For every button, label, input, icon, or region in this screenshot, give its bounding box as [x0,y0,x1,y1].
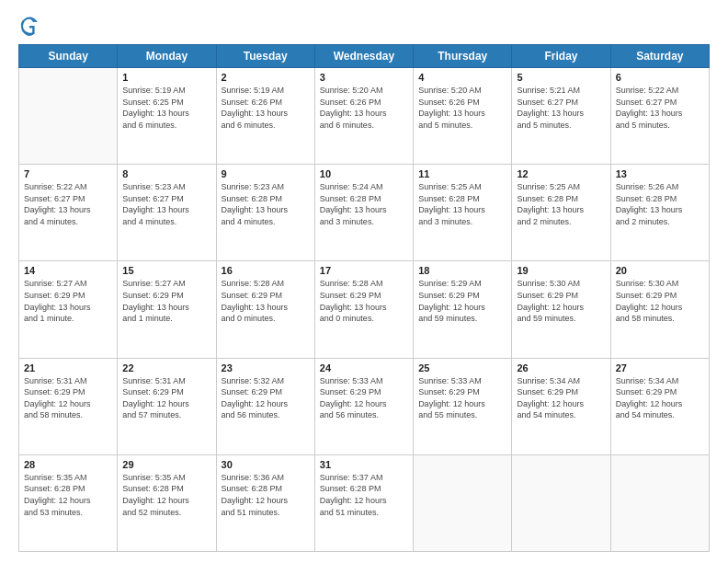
day-number: 25 [418,362,506,373]
weekday-header-row: SundayMondayTuesdayWednesdayThursdayFrid… [19,45,710,68]
day-info: Sunrise: 5:25 AM Sunset: 6:28 PM Dayligh… [517,181,605,227]
day-info: Sunrise: 5:20 AM Sunset: 6:26 PM Dayligh… [418,85,506,131]
day-cell-18: 18Sunrise: 5:29 AM Sunset: 6:29 PM Dayli… [414,261,512,358]
day-number: 5 [517,72,605,83]
logo-icon [18,15,40,37]
day-info: Sunrise: 5:22 AM Sunset: 6:27 PM Dayligh… [24,181,112,227]
day-info: Sunrise: 5:31 AM Sunset: 6:29 PM Dayligh… [122,375,210,421]
day-cell-11: 11Sunrise: 5:25 AM Sunset: 6:28 PM Dayli… [414,165,512,261]
day-cell-20: 20Sunrise: 5:30 AM Sunset: 6:29 PM Dayli… [610,261,709,358]
day-cell-21: 21Sunrise: 5:31 AM Sunset: 6:29 PM Dayli… [19,358,118,454]
day-info: Sunrise: 5:37 AM Sunset: 6:28 PM Dayligh… [320,472,408,518]
day-number: 8 [122,168,210,179]
day-number: 16 [222,265,310,276]
weekday-header-tuesday: Tuesday [216,45,314,68]
day-info: Sunrise: 5:28 AM Sunset: 6:29 PM Dayligh… [222,278,310,324]
day-number: 18 [418,265,506,276]
day-number: 1 [122,72,210,83]
day-number: 22 [122,362,210,373]
day-cell-19: 19Sunrise: 5:30 AM Sunset: 6:29 PM Dayli… [512,261,610,358]
day-number: 24 [320,362,408,373]
calendar-table: SundayMondayTuesdayWednesdayThursdayFrid… [18,44,710,552]
day-number: 20 [616,265,704,276]
day-cell-26: 26Sunrise: 5:34 AM Sunset: 6:29 PM Dayli… [512,358,610,454]
week-row-5: 28Sunrise: 5:35 AM Sunset: 6:28 PM Dayli… [19,454,710,551]
empty-cell [610,454,709,551]
day-info: Sunrise: 5:35 AM Sunset: 6:28 PM Dayligh… [122,472,210,518]
day-cell-4: 4Sunrise: 5:20 AM Sunset: 6:26 PM Daylig… [414,68,512,165]
weekday-header-friday: Friday [512,45,610,68]
day-number: 30 [222,459,310,470]
empty-cell [19,68,118,165]
week-row-1: 1Sunrise: 5:19 AM Sunset: 6:25 PM Daylig… [19,68,710,165]
day-cell-2: 2Sunrise: 5:19 AM Sunset: 6:26 PM Daylig… [216,68,314,165]
day-info: Sunrise: 5:27 AM Sunset: 6:29 PM Dayligh… [24,278,112,324]
day-number: 29 [122,459,210,470]
day-cell-9: 9Sunrise: 5:23 AM Sunset: 6:28 PM Daylig… [216,165,314,261]
day-cell-7: 7Sunrise: 5:22 AM Sunset: 6:27 PM Daylig… [19,165,118,261]
day-cell-27: 27Sunrise: 5:34 AM Sunset: 6:29 PM Dayli… [610,358,709,454]
day-info: Sunrise: 5:23 AM Sunset: 6:28 PM Dayligh… [222,181,310,227]
day-number: 14 [24,265,112,276]
header [18,15,710,37]
day-info: Sunrise: 5:19 AM Sunset: 6:26 PM Dayligh… [222,85,310,131]
day-info: Sunrise: 5:34 AM Sunset: 6:29 PM Dayligh… [517,375,605,421]
day-number: 7 [24,168,112,179]
day-info: Sunrise: 5:22 AM Sunset: 6:27 PM Dayligh… [616,85,704,131]
day-info: Sunrise: 5:28 AM Sunset: 6:29 PM Dayligh… [320,278,408,324]
day-cell-23: 23Sunrise: 5:32 AM Sunset: 6:29 PM Dayli… [216,358,314,454]
day-number: 13 [616,168,704,179]
day-cell-3: 3Sunrise: 5:20 AM Sunset: 6:26 PM Daylig… [314,68,413,165]
day-info: Sunrise: 5:31 AM Sunset: 6:29 PM Dayligh… [24,375,112,421]
day-info: Sunrise: 5:21 AM Sunset: 6:27 PM Dayligh… [517,85,605,131]
empty-cell [414,454,512,551]
day-info: Sunrise: 5:24 AM Sunset: 6:28 PM Dayligh… [320,181,408,227]
day-cell-16: 16Sunrise: 5:28 AM Sunset: 6:29 PM Dayli… [216,261,314,358]
day-info: Sunrise: 5:23 AM Sunset: 6:27 PM Dayligh… [122,181,210,227]
day-info: Sunrise: 5:29 AM Sunset: 6:29 PM Dayligh… [418,278,506,324]
weekday-header-wednesday: Wednesday [314,45,413,68]
day-info: Sunrise: 5:30 AM Sunset: 6:29 PM Dayligh… [517,278,605,324]
page: SundayMondayTuesdayWednesdayThursdayFrid… [0,0,728,563]
weekday-header-monday: Monday [118,45,216,68]
day-cell-22: 22Sunrise: 5:31 AM Sunset: 6:29 PM Dayli… [118,358,216,454]
day-number: 9 [222,168,310,179]
day-info: Sunrise: 5:33 AM Sunset: 6:29 PM Dayligh… [418,375,506,421]
day-number: 3 [320,72,408,83]
day-cell-14: 14Sunrise: 5:27 AM Sunset: 6:29 PM Dayli… [19,261,118,358]
day-cell-5: 5Sunrise: 5:21 AM Sunset: 6:27 PM Daylig… [512,68,610,165]
day-number: 2 [222,72,310,83]
day-cell-17: 17Sunrise: 5:28 AM Sunset: 6:29 PM Dayli… [314,261,413,358]
day-cell-10: 10Sunrise: 5:24 AM Sunset: 6:28 PM Dayli… [314,165,413,261]
day-info: Sunrise: 5:34 AM Sunset: 6:29 PM Dayligh… [616,375,704,421]
day-info: Sunrise: 5:30 AM Sunset: 6:29 PM Dayligh… [616,278,704,324]
day-number: 27 [616,362,704,373]
day-info: Sunrise: 5:35 AM Sunset: 6:28 PM Dayligh… [24,472,112,518]
day-number: 26 [517,362,605,373]
day-number: 11 [418,168,506,179]
day-number: 4 [418,72,506,83]
day-number: 15 [122,265,210,276]
weekday-header-saturday: Saturday [610,45,709,68]
logo [18,15,44,37]
day-number: 28 [24,459,112,470]
day-cell-30: 30Sunrise: 5:36 AM Sunset: 6:28 PM Dayli… [216,454,314,551]
day-cell-1: 1Sunrise: 5:19 AM Sunset: 6:25 PM Daylig… [118,68,216,165]
day-info: Sunrise: 5:27 AM Sunset: 6:29 PM Dayligh… [122,278,210,324]
week-row-2: 7Sunrise: 5:22 AM Sunset: 6:27 PM Daylig… [19,165,710,261]
day-info: Sunrise: 5:26 AM Sunset: 6:28 PM Dayligh… [616,181,704,227]
day-number: 23 [222,362,310,373]
empty-cell [512,454,610,551]
day-info: Sunrise: 5:20 AM Sunset: 6:26 PM Dayligh… [320,85,408,131]
weekday-header-thursday: Thursday [414,45,512,68]
day-cell-15: 15Sunrise: 5:27 AM Sunset: 6:29 PM Dayli… [118,261,216,358]
day-cell-24: 24Sunrise: 5:33 AM Sunset: 6:29 PM Dayli… [314,358,413,454]
day-info: Sunrise: 5:19 AM Sunset: 6:25 PM Dayligh… [122,85,210,131]
day-cell-28: 28Sunrise: 5:35 AM Sunset: 6:28 PM Dayli… [19,454,118,551]
day-info: Sunrise: 5:32 AM Sunset: 6:29 PM Dayligh… [222,375,310,421]
week-row-4: 21Sunrise: 5:31 AM Sunset: 6:29 PM Dayli… [19,358,710,454]
day-number: 17 [320,265,408,276]
weekday-header-sunday: Sunday [19,45,118,68]
day-number: 21 [24,362,112,373]
day-number: 31 [320,459,408,470]
